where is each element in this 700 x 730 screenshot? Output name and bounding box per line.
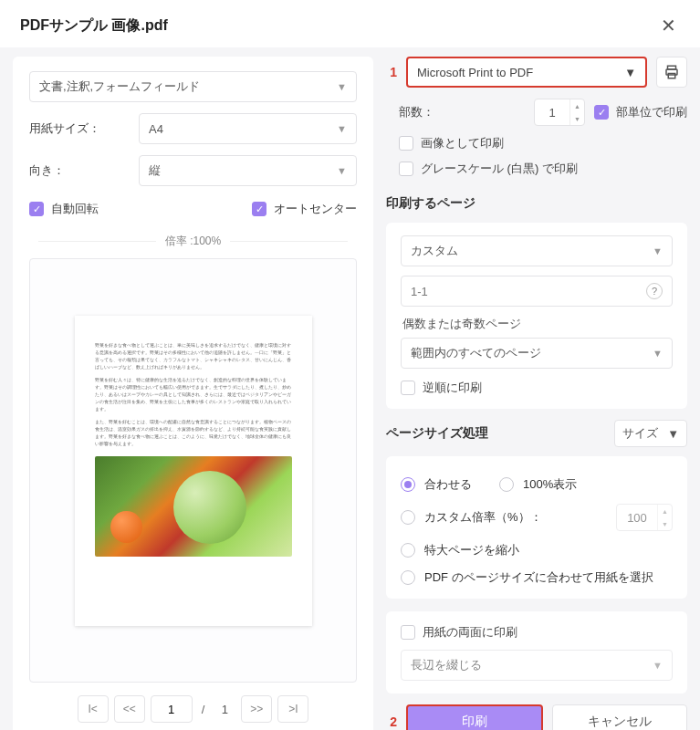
- paper-size-value: A4: [149, 122, 163, 136]
- radio-icon: [401, 510, 415, 525]
- copies-spinner[interactable]: 1 ▲ ▼: [534, 99, 585, 126]
- radio-icon: [401, 543, 415, 558]
- radio-choose-paper[interactable]: PDF のページサイズに合わせて用紙を選択: [401, 569, 673, 586]
- left-settings-panel: 文書,注釈,フォームフィールド ▼ 用紙サイズ： A4 ▼ 向き： 縦 ▼: [13, 57, 373, 730]
- chevron-down-icon: ▼: [337, 81, 347, 92]
- scale-radio-group: 合わせる 100%表示 カスタム倍率（%）：: [401, 476, 673, 586]
- dialog-body: 文書,注釈,フォームフィールド ▼ 用紙サイズ： A4 ▼ 向き： 縦 ▼: [0, 47, 700, 730]
- printer-icon: [663, 64, 680, 80]
- radio-fit-label: 合わせる: [424, 476, 472, 493]
- reverse-order-checkbox[interactable]: 逆順に印刷: [401, 380, 673, 396]
- chevron-down-icon: ▼: [653, 348, 663, 359]
- odd-even-select[interactable]: 範囲内のすべてのページ ▼: [401, 338, 673, 369]
- chevron-down-icon[interactable]: ▼: [570, 112, 584, 125]
- pages-range-value: 1-1: [411, 285, 428, 298]
- pager-prev-button[interactable]: <<: [114, 695, 145, 723]
- print-button-label: 印刷: [462, 714, 487, 730]
- chevron-down-icon: ▼: [624, 66, 636, 79]
- binding-value: 長辺を綴じる: [411, 657, 482, 673]
- radio-choose-paper-label: PDF のページサイズに合わせて用紙を選択: [424, 569, 653, 586]
- dialog-title: PDFサンプル 画像.pdf: [20, 16, 168, 36]
- close-icon[interactable]: ✕: [657, 13, 680, 38]
- radio-custom-scale[interactable]: カスタム倍率（%）：: [401, 509, 542, 526]
- checkbox-checked-icon: ✓: [594, 105, 609, 120]
- footer-buttons: 2 印刷 キャンセル: [386, 704, 687, 730]
- orientation-select[interactable]: 縦 ▼: [139, 155, 357, 186]
- printer-properties-button[interactable]: [656, 57, 687, 88]
- copies-label: 部数：: [399, 104, 434, 120]
- pager-last-button[interactable]: >I: [277, 695, 308, 723]
- radio-shrink-label: 特大ページを縮小: [424, 542, 519, 558]
- paper-size-label: 用紙サイズ：: [29, 120, 139, 137]
- size-mode-value: サイズ: [622, 425, 658, 442]
- cancel-button-label: キャンセル: [588, 714, 652, 730]
- grayscale-label: グレースケール (白黒) で印刷: [421, 161, 578, 177]
- auto-rotate-checkbox[interactable]: ✓ 自動回転: [29, 201, 99, 217]
- chevron-down-icon: ▼: [337, 165, 347, 176]
- print-as-image-label: 画像として印刷: [421, 135, 504, 151]
- radio-selected-icon: [401, 477, 415, 492]
- page-size-title: ページサイズ処理: [386, 425, 488, 442]
- radio-custom-scale-label: カスタム倍率（%）：: [424, 509, 542, 526]
- paper-size-select[interactable]: A4 ▼: [139, 113, 357, 144]
- pager-total: 1: [214, 703, 235, 716]
- cancel-button[interactable]: キャンセル: [552, 704, 687, 730]
- custom-scale-value: 100: [617, 511, 657, 525]
- checkbox-checked-icon: ✓: [252, 202, 266, 216]
- auto-center-label: オートセンター: [274, 201, 357, 217]
- print-preview: 野菜を好きな食べ物として選ぶことは、単に美味しさを追求するだけでなく、健康と環境…: [29, 258, 357, 683]
- radio-shrink[interactable]: 特大ページを縮小: [401, 542, 673, 558]
- chevron-up-icon[interactable]: ▲: [570, 99, 584, 112]
- radio-actual[interactable]: 100%表示: [499, 476, 577, 493]
- chevron-down-icon: ▼: [667, 427, 679, 441]
- preview-page: 野菜を好きな食べ物として選ぶことは、単に美味しさを追求するだけでなく、健康と環境…: [75, 316, 312, 626]
- page-size-section: ページサイズ処理 サイズ ▼ 合わせる: [386, 420, 687, 610]
- chevron-up-icon[interactable]: ▲: [658, 505, 672, 517]
- pages-range-input[interactable]: 1-1 ?: [401, 276, 673, 307]
- print-as-image-checkbox[interactable]: 画像として印刷: [399, 135, 687, 151]
- checkbox-icon: [401, 381, 415, 395]
- pages-mode-select[interactable]: カスタム ▼: [401, 235, 673, 266]
- print-button[interactable]: 印刷: [406, 704, 543, 730]
- help-icon[interactable]: ?: [646, 283, 663, 299]
- zoom-label-text: 倍率 :100%: [165, 234, 221, 249]
- duplex-label: 用紙の両面に印刷: [423, 624, 517, 641]
- binding-select[interactable]: 長辺を綴じる ▼: [401, 650, 673, 681]
- radio-fit[interactable]: 合わせる: [401, 476, 472, 493]
- checkbox-icon: [399, 162, 413, 176]
- collate-checkbox[interactable]: ✓ 部単位で印刷: [594, 104, 687, 120]
- pages-panel: カスタム ▼ 1-1 ? 偶数または奇数ページ 範囲内のすべてのページ ▼ 逆: [386, 223, 687, 409]
- checkbox-checked-icon: ✓: [29, 202, 44, 216]
- radio-icon: [401, 570, 415, 585]
- right-column: 1 Microsoft Print to PDF ▼ 部数： 1 ▲ ▼: [386, 57, 687, 730]
- size-mode-select[interactable]: サイズ ▼: [614, 420, 687, 447]
- content-type-select[interactable]: 文書,注釈,フォームフィールド ▼: [29, 71, 357, 102]
- pages-mode-value: カスタム: [411, 243, 458, 259]
- chevron-down-icon: ▼: [653, 660, 663, 671]
- print-dialog: PDFサンプル 画像.pdf ✕ 文書,注釈,フォームフィールド ▼ 用紙サイズ…: [0, 0, 700, 730]
- pager-first-button[interactable]: I<: [78, 695, 109, 723]
- printer-select[interactable]: Microsoft Print to PDF ▼: [406, 57, 647, 88]
- grayscale-checkbox[interactable]: グレースケール (白黒) で印刷: [399, 161, 687, 177]
- callout-marker-2: 2: [386, 714, 397, 729]
- preview-text: また、野菜を好むことは、環境への配慮に自然な食意識することにつながります。植物ベ…: [95, 418, 292, 447]
- odd-even-label: 偶数または奇数ページ: [402, 316, 673, 332]
- chevron-down-icon: ▼: [337, 123, 347, 134]
- orientation-value: 縦: [149, 162, 161, 179]
- pager-current-input[interactable]: [151, 695, 193, 723]
- copies-row: 部数： 1 ▲ ▼ ✓ 部単位で印刷: [386, 99, 687, 126]
- zoom-label: 倍率 :100%: [29, 234, 357, 249]
- pages-section: 印刷するページ カスタム ▼ 1-1 ? 偶数または奇数ページ 範囲内のすべての…: [386, 190, 687, 420]
- custom-scale-spinner[interactable]: 100 ▲ ▼: [616, 504, 673, 531]
- preview-text: 野菜を好きな食べ物として選ぶことは、単に美味しさを追求するだけでなく、健康と環境…: [95, 341, 292, 370]
- pager-next-button[interactable]: >>: [241, 695, 272, 723]
- chevron-down-icon[interactable]: ▼: [658, 517, 672, 530]
- duplex-panel: 用紙の両面に印刷 長辺を綴じる ▼: [386, 611, 687, 694]
- checkbox-icon: [399, 136, 413, 151]
- odd-even-value: 範囲内のすべてのページ: [411, 345, 541, 361]
- preview-text: 野菜を好む人々は、特に健康的な生活を送るだけでなく、創造的な料理の世界を体験して…: [95, 376, 292, 412]
- reverse-order-label: 逆順に印刷: [423, 380, 482, 396]
- auto-center-checkbox[interactable]: ✓ オートセンター: [252, 201, 357, 217]
- page-size-panel: 合わせる 100%表示 カスタム倍率（%）：: [386, 456, 687, 599]
- duplex-checkbox[interactable]: 用紙の両面に印刷: [401, 624, 673, 641]
